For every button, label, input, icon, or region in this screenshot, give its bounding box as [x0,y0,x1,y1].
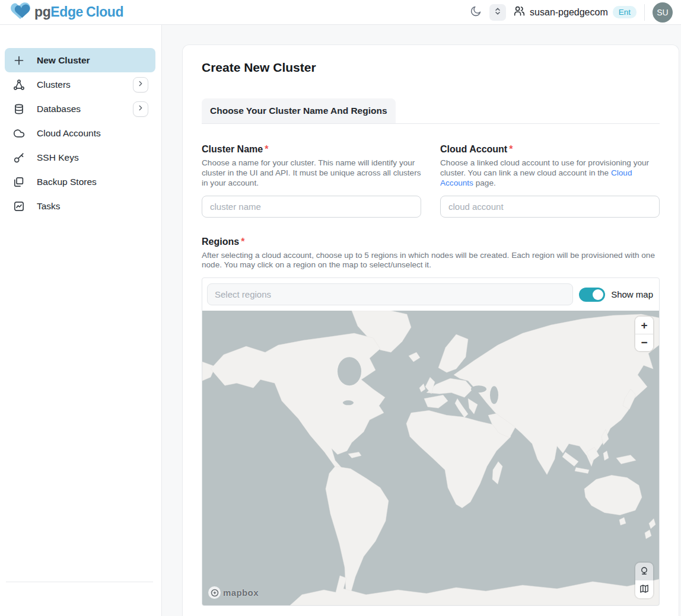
sidebar-divider [6,582,153,582]
wizard-tabs: Choose Your Cluster Name And Regions [202,98,660,124]
up-down-chevrons-icon [493,7,502,18]
sidebar-item-label: New Cluster [37,55,90,66]
mapbox-wordmark: mapbox [223,588,259,598]
regions-box: Show map [202,277,660,606]
show-map-label: Show map [611,289,653,299]
cloud-account-field: Cloud Account* Choose a linked cloud acc… [440,144,660,218]
select-regions-input[interactable] [207,283,573,305]
sidebar-item-label: Tasks [37,201,61,212]
users-icon [514,5,525,19]
map-icon [639,583,650,596]
databases-expand-button[interactable] [133,101,148,117]
required-asterisk: * [509,144,513,154]
cloud-account-description: Choose a linked cloud account to use for… [440,158,660,189]
sidebar-item-tasks[interactable]: Tasks [5,194,155,218]
pgedge-logo[interactable]: pgEdgeCloud [9,2,123,23]
sidebar-item-new-cluster[interactable]: New Cluster [5,48,155,72]
sidebar-item-databases[interactable]: Databases [5,97,155,121]
key-icon [13,152,25,164]
required-asterisk: * [265,144,268,154]
sidebar-item-label: Databases [37,104,81,114]
account-menu[interactable]: susan-pgedgecom Ent [514,5,637,19]
page-title: Create New Cluster [202,60,660,75]
sidebar-item-ssh-keys[interactable]: SSH Keys [5,145,155,170]
map-style-controls [635,563,653,598]
sidebar-item-clusters[interactable]: Clusters [5,72,155,97]
clusters-expand-button[interactable] [133,77,148,92]
logo-wordmark: pgEdgeCloud [34,4,123,20]
sidebar-item-cloud-accounts[interactable]: Cloud Accounts [5,121,155,145]
plan-badge: Ent [613,6,637,18]
regions-description: After selecting a cloud account, choose … [202,251,660,271]
copy-icon [13,176,25,188]
pgedge-heart-icon [9,2,31,23]
world-map[interactable] [202,311,659,605]
globe-view-button[interactable] [635,563,653,580]
cluster-name-input[interactable] [202,196,421,218]
theme-toggle-button[interactable] [470,5,482,19]
activity-icon [13,200,25,212]
sidebar-item-label: Clusters [37,79,71,90]
globe-icon [639,566,650,578]
chevron-right-icon [136,104,145,114]
top-header: pgEdgeCloud [0,0,681,25]
cluster-name-label: Cluster Name* [202,144,421,155]
cluster-name-field: Cluster Name* Choose a name for your clu… [202,144,421,218]
cloud-icon [13,127,25,139]
cluster-name-description: Choose a name for your cluster. This nam… [202,158,421,189]
region-map[interactable]: + − [202,311,659,605]
create-cluster-card: Create New Cluster Choose Your Cluster N… [182,44,679,616]
header-divider [644,4,645,21]
map-zoom-controls: + − [635,317,653,351]
mapbox-icon [208,586,221,599]
username-text: susan-pgedgecom [530,7,608,18]
toggle-knob [593,289,603,300]
cloud-account-input[interactable] [440,196,660,218]
zoom-out-button[interactable]: − [635,334,653,351]
cloud-account-label: Cloud Account* [440,144,660,155]
map-view-button[interactable] [635,580,653,598]
sidebar-item-label: Cloud Accounts [37,128,101,139]
sidebar-item-label: SSH Keys [37,152,79,163]
main-area: Create New Cluster Choose Your Cluster N… [162,25,681,616]
mapbox-attribution[interactable]: mapbox [208,586,259,599]
org-switcher-button[interactable] [489,4,506,21]
sidebar-nav: New Cluster Clusters [0,25,162,616]
database-icon [13,103,25,115]
avatar[interactable]: SU [653,2,673,23]
show-map-toggle[interactable] [579,288,605,302]
cluster-icon [13,79,25,91]
regions-section: Regions* After selecting a cloud account… [202,237,660,607]
required-asterisk: * [241,237,244,247]
plus-icon [13,55,25,66]
sidebar-item-backup-stores[interactable]: Backup Stores [5,170,155,194]
moon-icon [470,5,482,19]
sidebar-item-label: Backup Stores [37,177,97,187]
chevron-right-icon [136,79,145,90]
regions-label: Regions* [202,237,660,247]
tab-cluster-name-regions[interactable]: Choose Your Cluster Name And Regions [202,98,396,123]
zoom-in-button[interactable]: + [635,317,653,334]
